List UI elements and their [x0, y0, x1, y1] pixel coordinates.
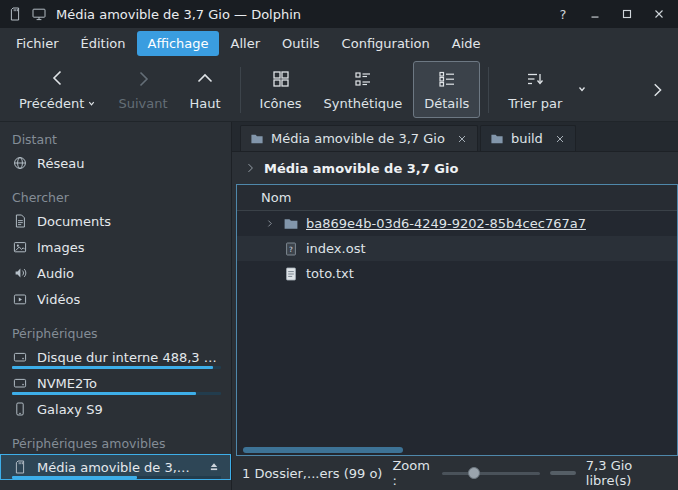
- app-icon: [30, 5, 48, 23]
- zoom-slider[interactable]: [442, 465, 540, 481]
- sidebar-item-galaxy-s9[interactable]: Galaxy S9: [0, 396, 231, 422]
- unknown-file-icon: [283, 241, 300, 257]
- disk-usage-bar: [12, 476, 221, 479]
- tab-build[interactable]: build: [480, 125, 576, 151]
- folder-icon: [250, 132, 264, 146]
- horizontal-scrollbar[interactable]: [237, 445, 677, 455]
- dolphin-window: Média amovible de 3,7 Gio — Dolphin ? Fi…: [0, 0, 678, 490]
- tab-bar: Média amovible de 3,7 Gio build: [232, 122, 678, 152]
- chevron-down-icon: [87, 96, 96, 111]
- expand-chevron-icon[interactable]: [261, 219, 277, 228]
- hard-drive-icon: [12, 375, 28, 391]
- sd-card-icon: [12, 459, 28, 475]
- disk-usage-bar: [12, 366, 221, 369]
- section-header-distant: Distant: [0, 128, 231, 150]
- chevron-down-icon[interactable]: [577, 82, 587, 97]
- sidebar-item-reseau[interactable]: Réseau: [0, 150, 231, 176]
- minimize-button[interactable]: [582, 3, 608, 25]
- free-space-label: 7,3 Gio libre(s): [586, 458, 668, 488]
- menu-aide[interactable]: Aide: [442, 31, 491, 56]
- scrollbar-thumb[interactable]: [243, 447, 403, 453]
- tab-close-icon[interactable]: [456, 133, 468, 145]
- toolbar-overflow-button[interactable]: [644, 70, 670, 110]
- column-header-nom[interactable]: Nom: [261, 190, 291, 205]
- network-icon: [12, 155, 28, 171]
- file-name: index.ost: [306, 241, 366, 256]
- text-file-icon: [283, 266, 300, 282]
- breadcrumb: Média amovible de 3,7 Gio: [232, 152, 678, 184]
- menubar: Fichier Édition Affichage Aller Outils C…: [0, 28, 678, 58]
- details-view-button[interactable]: Détails: [413, 61, 480, 118]
- help-button[interactable]: ?: [550, 3, 576, 25]
- details-view-icon: [437, 69, 457, 92]
- sort-icon: [525, 69, 545, 92]
- sidebar-item-images[interactable]: Images: [0, 234, 231, 260]
- free-space-bar: [550, 471, 576, 475]
- menu-fichier[interactable]: Fichier: [6, 31, 69, 56]
- section-header-peripheriques-amovibles: Périphériques amovibles: [0, 432, 231, 454]
- zoom-slider-knob[interactable]: [468, 467, 480, 479]
- icons-view-button[interactable]: Icônes: [249, 61, 313, 118]
- file-row[interactable]: toto.txt: [237, 261, 677, 286]
- chevron-right-icon[interactable]: [244, 162, 256, 174]
- toolbar-separator: [488, 67, 489, 113]
- file-name: toto.txt: [306, 266, 354, 281]
- tab-media-amovible[interactable]: Média amovible de 3,7 Gio: [240, 125, 478, 151]
- section-header-peripheriques: Périphériques: [0, 322, 231, 344]
- chevron-up-icon: [195, 69, 215, 92]
- menu-outils[interactable]: Outils: [272, 31, 330, 56]
- forward-button[interactable]: Suivant: [107, 61, 178, 118]
- file-row[interactable]: ba869e4b-03d6-4249-9202-85b4cec767a7: [237, 211, 677, 236]
- hard-drive-icon: [12, 349, 28, 365]
- items-summary: 1 Dossier,...ers (99 o): [242, 466, 382, 481]
- menu-edition[interactable]: Édition: [71, 31, 136, 56]
- tab-close-icon[interactable]: [554, 133, 566, 145]
- titlebar: Média amovible de 3,7 Gio — Dolphin ?: [0, 0, 678, 28]
- window-icon: [6, 5, 24, 23]
- sidebar-item-videos[interactable]: Vidéos: [0, 286, 231, 312]
- sidebar-item-audio[interactable]: Audio: [0, 260, 231, 286]
- status-bar: 1 Dossier,...ers (99 o) Zoom : 7,3 Gio l…: [232, 456, 678, 490]
- eject-icon[interactable]: [207, 460, 221, 474]
- close-button[interactable]: [646, 3, 672, 25]
- disk-usage-bar: [12, 392, 221, 395]
- breadcrumb-current[interactable]: Média amovible de 3,7 Gio: [264, 161, 458, 176]
- zoom-label: Zoom :: [392, 458, 431, 488]
- toolbar-separator: [240, 67, 241, 113]
- chevron-right-icon: [133, 69, 153, 92]
- file-view: Nom ba869e4b-03d6-4249-9202-85b4cec767a7…: [236, 184, 678, 456]
- menu-affichage[interactable]: Affichage: [137, 31, 218, 56]
- menu-aller[interactable]: Aller: [221, 31, 270, 56]
- document-icon: [12, 213, 28, 229]
- chevron-left-icon: [48, 68, 68, 91]
- image-icon: [12, 239, 28, 255]
- video-icon: [12, 291, 28, 307]
- sort-by-button[interactable]: Trier par: [497, 61, 573, 118]
- maximize-button[interactable]: [614, 3, 640, 25]
- folder-icon: [283, 216, 300, 232]
- column-header-row: Nom: [237, 185, 677, 211]
- phone-icon: [12, 401, 28, 417]
- toolbar: Précédent Suivant Haut Icônes Synthétiqu…: [0, 58, 678, 122]
- sidebar-item-disque-dur-interne[interactable]: Disque dur interne 488,3 G…: [0, 344, 231, 370]
- compact-view-button[interactable]: Synthétique: [313, 61, 414, 118]
- compact-view-icon: [353, 69, 373, 92]
- window-title: Média amovible de 3,7 Gio — Dolphin: [56, 7, 301, 22]
- places-panel: Distant Réseau Chercher Documents Images: [0, 122, 232, 490]
- file-name: ba869e4b-03d6-4249-9202-85b4cec767a7: [306, 216, 586, 231]
- sidebar-item-media-amovible[interactable]: Média amovible de 3,7 …: [0, 454, 231, 480]
- audio-icon: [12, 265, 28, 281]
- menu-configuration[interactable]: Configuration: [332, 31, 440, 56]
- back-button[interactable]: Précédent: [8, 60, 107, 119]
- zoom-slider-track[interactable]: [442, 472, 540, 475]
- folder-icon: [490, 132, 504, 146]
- section-header-chercher: Chercher: [0, 186, 231, 208]
- file-row[interactable]: index.ost: [237, 236, 677, 261]
- up-button[interactable]: Haut: [179, 61, 232, 118]
- sidebar-item-documents[interactable]: Documents: [0, 208, 231, 234]
- sidebar-item-nvme2to[interactable]: NVME2To: [0, 370, 231, 396]
- grid-icon: [271, 69, 291, 92]
